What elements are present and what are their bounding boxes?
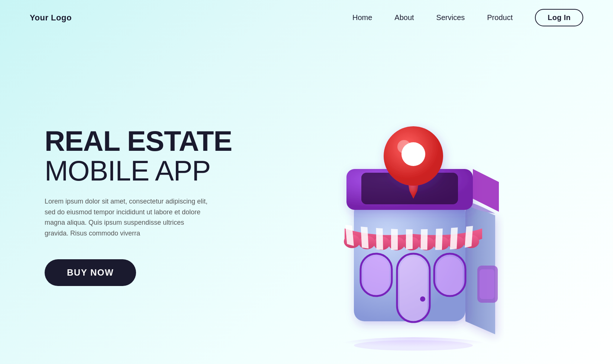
nav-home[interactable]: Home — [352, 13, 372, 22]
buy-now-button[interactable]: BUY NOW — [45, 259, 136, 286]
hero-image-section — [232, 58, 594, 355]
nav-services[interactable]: Services — [436, 13, 465, 22]
nav-product[interactable]: Product — [487, 13, 513, 22]
hero-text-section: REAL ESTATE MOBILE APP Lorem ipsum dolor… — [45, 126, 232, 286]
hero-description: Lorem ipsum dolor sit amet, consectetur … — [45, 196, 208, 239]
svg-rect-27 — [400, 256, 427, 321]
main-nav: Home About Services Product Log In — [352, 9, 583, 26]
main-content: REAL ESTATE MOBILE APP Lorem ipsum dolor… — [0, 35, 613, 362]
building-scene — [309, 87, 517, 355]
svg-rect-24 — [363, 256, 389, 295]
svg-point-37 — [397, 140, 411, 153]
svg-rect-14 — [345, 222, 354, 253]
building-svg — [309, 87, 517, 355]
hero-title: REAL ESTATE MOBILE APP — [45, 126, 232, 186]
svg-rect-31 — [437, 256, 463, 295]
header: Your Logo Home About Services Product Lo… — [0, 0, 613, 35]
login-button[interactable]: Log In — [535, 9, 583, 26]
nav-about[interactable]: About — [394, 13, 414, 22]
svg-rect-34 — [480, 269, 494, 299]
svg-point-29 — [420, 296, 425, 302]
svg-point-0 — [354, 340, 473, 351]
logo: Your Logo — [30, 13, 72, 23]
